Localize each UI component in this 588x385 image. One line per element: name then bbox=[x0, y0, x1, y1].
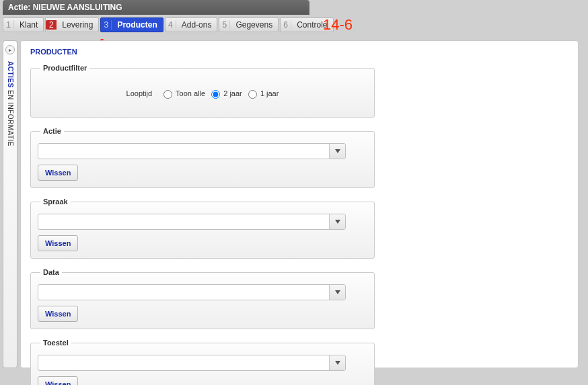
step-num: 1 bbox=[3, 20, 14, 30]
chevron-right-icon: ▸ bbox=[9, 47, 11, 53]
step-label: Levering bbox=[57, 20, 98, 30]
step-label: Gegevens bbox=[230, 20, 278, 30]
actie-input[interactable] bbox=[38, 144, 329, 159]
step-num: 5 bbox=[219, 20, 230, 30]
radio-1jaar[interactable] bbox=[248, 90, 257, 99]
spraak-combo[interactable] bbox=[38, 214, 346, 230]
chevron-down-icon bbox=[335, 290, 340, 294]
filter-label: Looptijd bbox=[126, 89, 153, 97]
radio-label: 1 jaar bbox=[260, 89, 279, 97]
step-label: Add-ons bbox=[176, 20, 217, 30]
content-panel: PRODUCTEN Productfilter Looptijd Toon al… bbox=[20, 40, 579, 368]
spraak-clear-button[interactable]: Wissen bbox=[38, 235, 78, 251]
sidebar-label-rest: EN INFORMATIE bbox=[7, 88, 14, 146]
step-num: 6 bbox=[281, 20, 291, 30]
actie-dropdown-button[interactable] bbox=[329, 144, 345, 159]
step-controle[interactable]: 6 Controle bbox=[280, 17, 333, 32]
spraak-legend: Spraak bbox=[40, 198, 71, 206]
step-klant[interactable]: 1 Klant bbox=[3, 17, 44, 32]
chevron-down-icon bbox=[335, 220, 340, 224]
radio-label: 2 jaar bbox=[223, 89, 242, 97]
chevron-down-icon bbox=[335, 149, 340, 153]
step-levering[interactable]: 2 Levering bbox=[45, 17, 99, 32]
step-num: 2 bbox=[46, 20, 57, 30]
step-label: Controle bbox=[291, 20, 332, 30]
productfilter-group: Productfilter Looptijd Toon alle 2 jaar … bbox=[30, 64, 375, 118]
header-bar: Actie: NIEUWE AANSLUITING bbox=[3, 0, 309, 15]
actie-clear-button[interactable]: Wissen bbox=[38, 165, 78, 181]
data-input[interactable] bbox=[38, 285, 329, 300]
sidebar-label: ACTIES EN INFORMATIE bbox=[7, 61, 14, 146]
step-num: 4 bbox=[166, 20, 176, 30]
data-dropdown-button[interactable] bbox=[329, 285, 345, 300]
toestel-group: Toestel Wissen bbox=[30, 339, 375, 385]
radio-toon-alle[interactable] bbox=[163, 90, 172, 99]
step-gegevens[interactable]: 5 Gegevens bbox=[219, 17, 279, 32]
data-group: Data Wissen bbox=[30, 268, 375, 329]
step-addons[interactable]: 4 Add-ons bbox=[165, 17, 218, 32]
toestel-dropdown-button[interactable] bbox=[329, 355, 345, 370]
actie-legend: Actie bbox=[40, 127, 64, 135]
actie-group: Actie Wissen bbox=[30, 127, 375, 188]
spraak-group: Spraak Wissen bbox=[30, 198, 375, 259]
sidebar-label-bold: ACTIES bbox=[7, 61, 14, 88]
spraak-dropdown-button[interactable] bbox=[329, 214, 345, 229]
sidebar-toggle[interactable]: ▸ bbox=[5, 45, 15, 54]
filter-row: Looptijd Toon alle 2 jaar 1 jaar bbox=[38, 80, 367, 103]
productfilter-legend: Productfilter bbox=[40, 64, 89, 72]
toestel-input[interactable] bbox=[38, 355, 329, 370]
data-combo[interactable] bbox=[38, 284, 346, 300]
actie-combo[interactable] bbox=[38, 143, 346, 159]
step-label: Klant bbox=[14, 20, 43, 30]
toestel-clear-button[interactable]: Wissen bbox=[38, 376, 78, 385]
chevron-down-icon bbox=[335, 361, 340, 365]
data-legend: Data bbox=[40, 268, 62, 276]
radio-label: Toon alle bbox=[176, 89, 205, 97]
wizard-steps: 1 Klant 2 Levering 3 Producten 4 Add-ons… bbox=[3, 15, 335, 35]
spraak-input[interactable] bbox=[38, 214, 329, 229]
sidebar: ▸ ACTIES EN INFORMATIE bbox=[3, 40, 17, 368]
step-label: Producten bbox=[112, 20, 162, 30]
step-num: 3 bbox=[101, 20, 112, 30]
toestel-combo[interactable] bbox=[38, 355, 346, 371]
section-title: PRODUCTEN bbox=[30, 48, 568, 56]
step-producten[interactable]: 3 Producten bbox=[100, 17, 163, 32]
header-title: Actie: NIEUWE AANSLUITING bbox=[8, 3, 122, 12]
radio-2jaar[interactable] bbox=[211, 90, 220, 99]
data-clear-button[interactable]: Wissen bbox=[38, 306, 78, 322]
toestel-legend: Toestel bbox=[40, 339, 71, 347]
